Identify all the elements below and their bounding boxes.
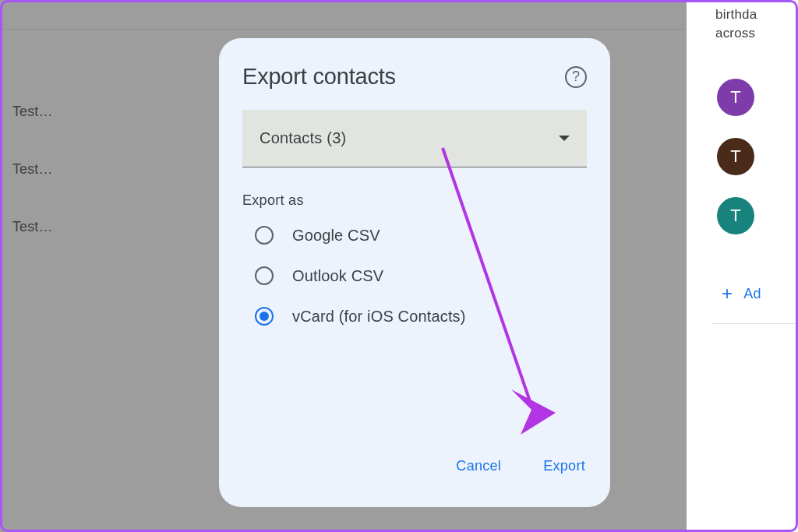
chevron-down-icon	[559, 136, 570, 141]
export-button[interactable]: Export	[542, 450, 587, 482]
radio-icon-selected	[255, 307, 274, 326]
export-format-radio-group: Google CSV Outlook CSV vCard (for iOS Co…	[242, 226, 587, 326]
export-as-label: Export as	[242, 192, 587, 209]
plus-icon: +	[722, 283, 733, 305]
contact-avatar[interactable]: T	[717, 138, 754, 175]
radio-icon	[255, 266, 274, 285]
radio-option-vcard[interactable]: vCard (for iOS Contacts)	[255, 307, 587, 326]
export-contacts-dialog: Export contacts ? Contacts (3) Export as…	[219, 38, 610, 507]
contacts-source-dropdown[interactable]: Contacts (3)	[242, 110, 587, 167]
radio-option-outlook-csv[interactable]: Outlook CSV	[255, 266, 587, 285]
sidebar-hint-text: birthda across	[715, 5, 798, 43]
dropdown-value: Contacts (3)	[260, 129, 346, 147]
dialog-title: Export contacts	[242, 64, 396, 90]
radio-option-google-csv[interactable]: Google CSV	[255, 226, 587, 245]
add-contact-button[interactable]: + Ad	[722, 283, 798, 305]
radio-label: vCard (for iOS Contacts)	[292, 308, 466, 326]
help-icon[interactable]: ?	[565, 66, 587, 88]
contact-avatar[interactable]: T	[717, 197, 754, 234]
right-sidebar: birthda across T T T + Ad	[712, 0, 798, 532]
cancel-button[interactable]: Cancel	[454, 450, 503, 482]
radio-icon	[255, 226, 274, 245]
add-contact-label: Ad	[743, 286, 761, 302]
radio-label: Outlook CSV	[292, 267, 383, 285]
radio-label: Google CSV	[292, 227, 380, 245]
contact-avatar[interactable]: T	[717, 79, 754, 116]
divider	[712, 323, 798, 324]
